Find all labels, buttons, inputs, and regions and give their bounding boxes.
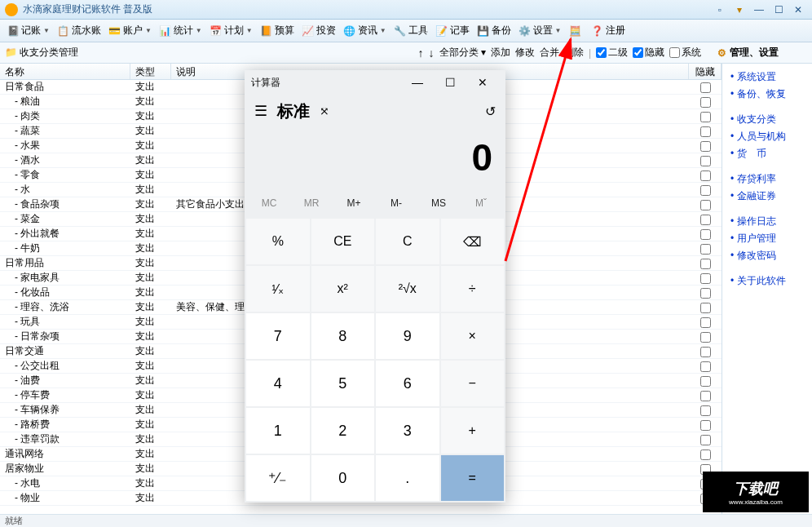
cell-hide[interactable]: [689, 433, 722, 445]
cell-hide[interactable]: [689, 184, 722, 195]
sidebar-item-1-0[interactable]: 收支分类: [722, 111, 812, 128]
sidebar-item-0-1[interactable]: 备份、恢复: [722, 86, 812, 103]
cell-hide[interactable]: [689, 140, 722, 151]
calc-btn-6[interactable]: ²√x: [376, 266, 439, 312]
subbar-check-0[interactable]: 二级: [596, 46, 628, 60]
col-type[interactable]: 类型: [130, 64, 171, 79]
cell-hide[interactable]: [689, 213, 722, 224]
calc-btn-15[interactable]: −: [441, 361, 505, 406]
cell-hide[interactable]: [689, 257, 722, 268]
calc-minimize-button[interactable]: —: [401, 76, 434, 89]
cell-hide[interactable]: [689, 389, 722, 401]
toolbar-item-1[interactable]: 📋流水账: [54, 22, 104, 39]
calc-btn-0[interactable]: %: [246, 219, 310, 264]
cell-hide[interactable]: [689, 198, 722, 210]
calc-btn-2[interactable]: C: [376, 219, 439, 264]
calc-btn-13[interactable]: 5: [311, 361, 375, 406]
hamburger-icon[interactable]: ☰: [254, 102, 267, 120]
subbar-check-1[interactable]: 隐藏: [633, 46, 664, 60]
cell-hide[interactable]: [689, 125, 722, 136]
calc-btn-1[interactable]: CE: [311, 219, 375, 264]
cell-hide[interactable]: [689, 169, 722, 180]
subbar-action-3[interactable]: 合并: [540, 46, 559, 60]
pin-icon[interactable]: ⤧: [320, 104, 329, 117]
calc-mem-m-[interactable]: M-: [375, 193, 417, 214]
cell-hide[interactable]: [689, 316, 722, 327]
cell-hide[interactable]: [689, 345, 722, 356]
calc-btn-20[interactable]: ⁺⁄₋: [246, 455, 310, 501]
toolbar-item-9[interactable]: 📝记事: [432, 22, 473, 39]
calc-mem-ms[interactable]: MS: [417, 193, 460, 214]
sidebar-item-3-0[interactable]: 操作日志: [722, 213, 812, 230]
up-arrow-icon[interactable]: ↑: [418, 46, 424, 60]
calc-mem-mr[interactable]: MR: [290, 193, 333, 214]
cell-hide[interactable]: [689, 154, 722, 166]
cell-hide[interactable]: [689, 448, 722, 459]
sys-icon-2[interactable]: ▾: [730, 3, 748, 16]
calc-btn-22[interactable]: .: [376, 455, 439, 501]
toolbar-item-5[interactable]: 📙预算: [257, 22, 298, 39]
calc-btn-11[interactable]: ×: [441, 313, 505, 359]
sidebar-item-3-1[interactable]: 用户管理: [722, 230, 812, 247]
col-hide[interactable]: 隐藏: [689, 64, 722, 79]
calc-btn-7[interactable]: ÷: [441, 266, 505, 312]
cell-hide[interactable]: [689, 360, 722, 371]
subbar-action-1[interactable]: 添加: [491, 46, 510, 60]
maximize-button[interactable]: ☐: [770, 3, 788, 16]
sidebar-item-3-2[interactable]: 修改密码: [722, 247, 812, 264]
minimize-button[interactable]: —: [750, 3, 768, 16]
cell-hide[interactable]: [689, 272, 722, 283]
close-button[interactable]: ✕: [789, 3, 807, 16]
cell-hide[interactable]: [689, 228, 722, 239]
calc-btn-23[interactable]: =: [441, 455, 505, 501]
toolbar-item-8[interactable]: 🔧工具: [391, 22, 431, 39]
sidebar-item-2-1[interactable]: 金融证券: [722, 188, 812, 205]
toolbar-item-11[interactable]: ⚙️设置▼: [515, 22, 565, 39]
sidebar-item-1-1[interactable]: 人员与机构: [722, 128, 812, 145]
cell-hide[interactable]: [689, 404, 722, 415]
cell-hide[interactable]: [689, 242, 722, 254]
sidebar-item-4-0[interactable]: 关于此软件: [722, 272, 812, 290]
calc-btn-10[interactable]: 9: [376, 313, 439, 359]
calc-btn-4[interactable]: ¹⁄ₓ: [246, 266, 310, 312]
cell-hide[interactable]: [689, 81, 722, 92]
calc-btn-17[interactable]: 2: [311, 408, 375, 454]
toolbar-item-2[interactable]: 💳账户▼: [105, 22, 155, 39]
calc-btn-5[interactable]: x²: [311, 266, 375, 312]
cell-hide[interactable]: [689, 330, 722, 342]
calc-mem-mˇ[interactable]: Mˇ: [460, 193, 502, 214]
calc-close-button[interactable]: ✕: [466, 76, 499, 89]
sidebar-item-2-0[interactable]: 存贷利率: [722, 170, 812, 188]
calc-btn-19[interactable]: +: [441, 408, 505, 454]
col-name[interactable]: 名称: [0, 64, 130, 79]
cell-hide[interactable]: [689, 110, 722, 122]
cell-hide[interactable]: [689, 374, 722, 386]
calc-mem-mc[interactable]: MC: [248, 193, 290, 214]
toolbar-item-13[interactable]: ❓注册: [588, 22, 629, 39]
calc-btn-12[interactable]: 4: [246, 361, 310, 406]
toolbar-item-12[interactable]: 🧮: [566, 23, 587, 39]
cell-hide[interactable]: [689, 95, 722, 107]
subbar-check-2[interactable]: 系统: [669, 46, 701, 60]
sidebar-item-1-2[interactable]: 货 币: [722, 145, 812, 162]
calc-btn-21[interactable]: 0: [311, 455, 375, 501]
history-icon[interactable]: ↺: [485, 104, 496, 119]
cell-hide[interactable]: [689, 301, 722, 312]
toolbar-item-7[interactable]: 🌐资讯▼: [340, 22, 390, 39]
toolbar-item-3[interactable]: 📊统计▼: [156, 22, 205, 39]
calc-btn-9[interactable]: 8: [311, 313, 375, 359]
calc-btn-16[interactable]: 1: [246, 408, 310, 454]
toolbar-item-6[interactable]: 📈投资: [298, 22, 339, 39]
subbar-action-2[interactable]: 修改: [515, 46, 535, 60]
toolbar-item-10[interactable]: 💾备份: [474, 22, 514, 39]
calc-btn-3[interactable]: ⌫: [441, 219, 505, 264]
toolbar-item-4[interactable]: 📅计划▼: [206, 22, 256, 39]
sys-icon-1[interactable]: ▫: [711, 3, 729, 16]
calc-btn-18[interactable]: 3: [376, 408, 439, 454]
sidebar-item-0-0[interactable]: 系统设置: [722, 69, 812, 86]
calc-btn-14[interactable]: 6: [376, 361, 439, 406]
calc-mem-m+[interactable]: M+: [333, 193, 375, 214]
toolbar-item-0[interactable]: 📓记账▼: [3, 22, 53, 39]
subbar-action-0[interactable]: 全部分类 ▾: [439, 46, 486, 60]
cell-hide[interactable]: [689, 418, 722, 430]
